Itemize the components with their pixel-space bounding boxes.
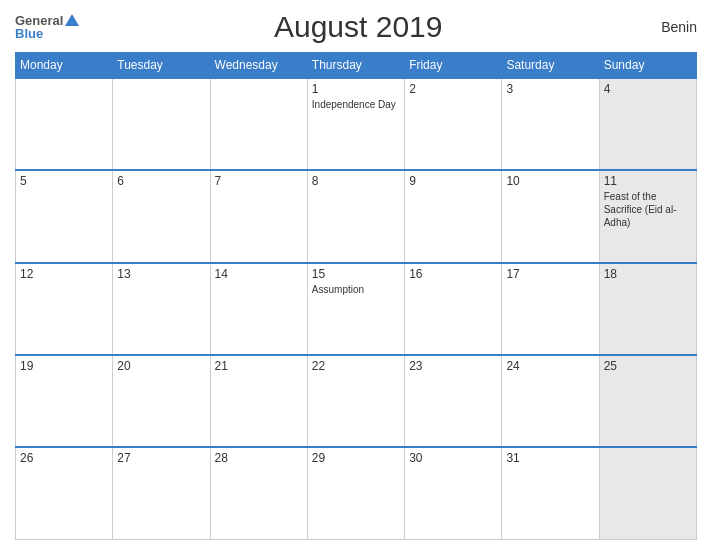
day-number: 11 — [604, 174, 692, 188]
calendar-cell: 19 — [16, 355, 113, 447]
calendar-cell: 2 — [405, 78, 502, 170]
day-number: 20 — [117, 359, 205, 373]
day-number: 30 — [409, 451, 497, 465]
day-number: 1 — [312, 82, 400, 96]
day-number: 12 — [20, 267, 108, 281]
calendar-cell: 10 — [502, 170, 599, 262]
calendar-week-row: 19202122232425 — [16, 355, 697, 447]
calendar-cell: 20 — [113, 355, 210, 447]
day-number: 7 — [215, 174, 303, 188]
day-number: 24 — [506, 359, 594, 373]
calendar-cell: 1Independence Day — [307, 78, 404, 170]
calendar-cell: 12 — [16, 263, 113, 355]
day-number: 5 — [20, 174, 108, 188]
calendar-week-row: 1Independence Day234 — [16, 78, 697, 170]
day-number: 19 — [20, 359, 108, 373]
calendar-header-row: Monday Tuesday Wednesday Thursday Friday… — [16, 53, 697, 79]
col-monday: Monday — [16, 53, 113, 79]
day-number: 27 — [117, 451, 205, 465]
calendar-cell: 4 — [599, 78, 696, 170]
logo: General Blue — [15, 14, 79, 40]
day-number: 22 — [312, 359, 400, 373]
calendar-cell: 23 — [405, 355, 502, 447]
calendar-cell: 6 — [113, 170, 210, 262]
calendar-page: General Blue August 2019 Benin Monday Tu… — [0, 0, 712, 550]
logo-triangle-icon — [65, 14, 79, 26]
calendar-cell: 14 — [210, 263, 307, 355]
day-number: 8 — [312, 174, 400, 188]
calendar-cell: 5 — [16, 170, 113, 262]
day-number: 13 — [117, 267, 205, 281]
calendar-title: August 2019 — [79, 10, 637, 44]
calendar-cell — [113, 78, 210, 170]
calendar-cell: 17 — [502, 263, 599, 355]
calendar-cell: 22 — [307, 355, 404, 447]
calendar-cell: 11Feast of the Sacrifice (Eid al-Adha) — [599, 170, 696, 262]
col-sunday: Sunday — [599, 53, 696, 79]
day-number: 23 — [409, 359, 497, 373]
header: General Blue August 2019 Benin — [15, 10, 697, 44]
logo-blue: Blue — [15, 27, 43, 40]
calendar-week-row: 567891011Feast of the Sacrifice (Eid al-… — [16, 170, 697, 262]
calendar-cell: 13 — [113, 263, 210, 355]
col-saturday: Saturday — [502, 53, 599, 79]
day-number: 28 — [215, 451, 303, 465]
day-number: 4 — [604, 82, 692, 96]
day-number: 14 — [215, 267, 303, 281]
day-number: 9 — [409, 174, 497, 188]
calendar-cell: 16 — [405, 263, 502, 355]
calendar-cell: 29 — [307, 447, 404, 539]
day-number: 25 — [604, 359, 692, 373]
calendar-cell: 31 — [502, 447, 599, 539]
calendar-cell: 30 — [405, 447, 502, 539]
calendar-table: Monday Tuesday Wednesday Thursday Friday… — [15, 52, 697, 540]
day-number: 29 — [312, 451, 400, 465]
day-number: 16 — [409, 267, 497, 281]
calendar-week-row: 262728293031 — [16, 447, 697, 539]
calendar-cell: 15Assumption — [307, 263, 404, 355]
col-tuesday: Tuesday — [113, 53, 210, 79]
day-number: 3 — [506, 82, 594, 96]
calendar-cell: 24 — [502, 355, 599, 447]
col-wednesday: Wednesday — [210, 53, 307, 79]
calendar-cell: 21 — [210, 355, 307, 447]
holiday-name: Assumption — [312, 284, 364, 295]
calendar-cell: 26 — [16, 447, 113, 539]
day-number: 2 — [409, 82, 497, 96]
day-number: 31 — [506, 451, 594, 465]
holiday-name: Independence Day — [312, 99, 396, 110]
col-thursday: Thursday — [307, 53, 404, 79]
calendar-cell — [210, 78, 307, 170]
day-number: 6 — [117, 174, 205, 188]
calendar-cell: 28 — [210, 447, 307, 539]
calendar-cell: 25 — [599, 355, 696, 447]
day-number: 15 — [312, 267, 400, 281]
holiday-name: Feast of the Sacrifice (Eid al-Adha) — [604, 191, 677, 228]
calendar-cell — [16, 78, 113, 170]
calendar-cell: 7 — [210, 170, 307, 262]
day-number: 26 — [20, 451, 108, 465]
calendar-week-row: 12131415Assumption161718 — [16, 263, 697, 355]
calendar-cell: 27 — [113, 447, 210, 539]
day-number: 10 — [506, 174, 594, 188]
day-number: 17 — [506, 267, 594, 281]
day-number: 21 — [215, 359, 303, 373]
day-number: 18 — [604, 267, 692, 281]
calendar-cell — [599, 447, 696, 539]
calendar-cell: 9 — [405, 170, 502, 262]
calendar-cell: 8 — [307, 170, 404, 262]
col-friday: Friday — [405, 53, 502, 79]
calendar-cell: 3 — [502, 78, 599, 170]
calendar-cell: 18 — [599, 263, 696, 355]
country-label: Benin — [637, 19, 697, 35]
